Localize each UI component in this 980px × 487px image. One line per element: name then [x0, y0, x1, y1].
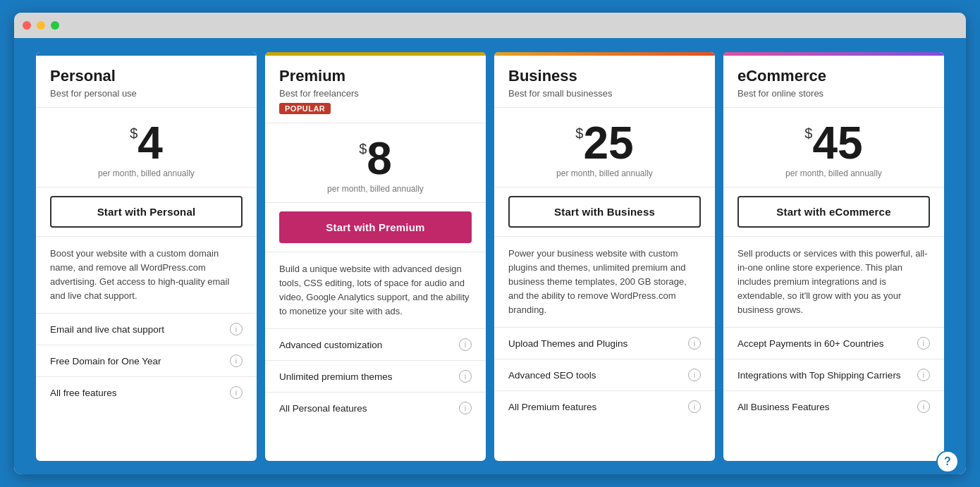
- plan-cta-button[interactable]: Start with eCommerce: [737, 196, 930, 228]
- plan-features: Upload Themes and Plugins i Advanced SEO…: [494, 328, 715, 460]
- plan-price-billing: per month, billed annually: [279, 184, 472, 194]
- plan-card-ecommerce: eCommerce Best for online stores $ 45 pe…: [723, 52, 944, 461]
- feature-item: Integrations with Top Shipping Carriers …: [723, 359, 944, 391]
- plan-description: Boost your website with a custom domain …: [36, 237, 257, 314]
- feature-item: Upload Themes and Plugins i: [494, 328, 715, 359]
- info-icon[interactable]: i: [459, 338, 472, 351]
- feature-label: Advanced SEO tools: [508, 370, 596, 381]
- info-icon[interactable]: i: [459, 370, 472, 383]
- help-button[interactable]: ?: [936, 450, 959, 473]
- plan-name: eCommerce: [737, 67, 930, 85]
- browser-content: Personal Best for personal use $ 4 per m…: [14, 38, 966, 474]
- feature-item: All free features i: [36, 377, 257, 408]
- plan-pricing: $ 8 per month, billed annually: [265, 123, 486, 203]
- plan-pricing: $ 4 per month, billed annually: [36, 108, 257, 187]
- plan-cta: Start with Premium: [265, 203, 486, 252]
- info-icon[interactable]: i: [230, 386, 243, 399]
- plan-price-number: 4: [137, 121, 163, 166]
- plan-price-billing: per month, billed annually: [508, 168, 701, 178]
- feature-item: All Personal features i: [265, 393, 486, 424]
- traffic-light-green[interactable]: [51, 21, 59, 30]
- info-icon[interactable]: i: [688, 337, 701, 350]
- info-icon[interactable]: i: [917, 369, 930, 381]
- plan-cta-button[interactable]: Start with Premium: [279, 211, 472, 243]
- plan-card-premium: Premium Best for freelancers POPULAR $ 8…: [265, 52, 486, 461]
- plan-features: Email and live chat support i Free Domai…: [36, 314, 257, 460]
- plan-description: Sell products or services with this powe…: [723, 237, 944, 328]
- plan-tagline: Best for freelancers: [279, 88, 472, 99]
- plan-header: Premium Best for freelancers POPULAR: [265, 56, 486, 123]
- feature-label: Advanced customization: [279, 340, 382, 350]
- plan-cta-button[interactable]: Start with Business: [508, 196, 701, 228]
- feature-item: Unlimited premium themes i: [265, 361, 486, 393]
- feature-item: All Business Features i: [723, 391, 944, 422]
- feature-label: All Business Features: [737, 402, 830, 412]
- feature-item: Email and live chat support i: [36, 314, 257, 345]
- plan-price-number: 25: [583, 121, 633, 166]
- plan-card-personal: Personal Best for personal use $ 4 per m…: [36, 52, 257, 461]
- plan-price-number: 8: [367, 136, 392, 181]
- plan-description: Power your business website with custom …: [494, 237, 715, 328]
- browser-titlebar: [14, 13, 966, 38]
- plan-price-amount: $ 45: [737, 121, 930, 166]
- feature-label: Integrations with Top Shipping Carriers: [737, 370, 901, 381]
- info-icon[interactable]: i: [688, 400, 701, 413]
- pricing-container: Personal Best for personal use $ 4 per m…: [32, 52, 948, 461]
- feature-item: Free Domain for One Year i: [36, 345, 257, 377]
- feature-item: Advanced SEO tools i: [494, 359, 715, 391]
- plan-name: Premium: [279, 67, 472, 85]
- feature-label: Accept Payments in 60+ Countries: [737, 338, 883, 349]
- plan-header: Business Best for small businesses: [494, 56, 715, 108]
- traffic-light-yellow[interactable]: [37, 21, 45, 30]
- info-icon[interactable]: i: [230, 355, 243, 367]
- feature-label: All Premium features: [508, 402, 596, 412]
- feature-label: Email and live chat support: [50, 324, 164, 335]
- traffic-light-red[interactable]: [23, 21, 31, 30]
- plan-price-amount: $ 4: [50, 121, 243, 166]
- plan-tagline: Best for small businesses: [508, 88, 701, 99]
- info-icon[interactable]: i: [917, 337, 930, 350]
- plan-card-business: Business Best for small businesses $ 25 …: [494, 52, 715, 461]
- feature-item: Accept Payments in 60+ Countries i: [723, 328, 944, 359]
- browser-window: Personal Best for personal use $ 4 per m…: [14, 13, 966, 474]
- plan-tagline: Best for personal use: [50, 88, 243, 99]
- plan-features: Accept Payments in 60+ Countries i Integ…: [723, 328, 944, 460]
- plan-price-number: 45: [812, 121, 862, 166]
- plan-price-dollar: $: [359, 142, 367, 156]
- plan-name: Business: [508, 67, 701, 85]
- plan-pricing: $ 45 per month, billed annually: [723, 108, 944, 187]
- feature-label: Free Domain for One Year: [50, 356, 161, 366]
- plan-price-dollar: $: [130, 126, 137, 140]
- plan-header: eCommerce Best for online stores: [723, 56, 944, 108]
- plan-header: Personal Best for personal use: [36, 56, 257, 108]
- plan-price-amount: $ 8: [279, 136, 472, 181]
- feature-label: All free features: [50, 388, 117, 398]
- plan-tagline: Best for online stores: [737, 88, 930, 99]
- info-icon[interactable]: i: [917, 400, 930, 413]
- feature-label: Upload Themes and Plugins: [508, 338, 627, 349]
- popular-badge: POPULAR: [279, 103, 331, 114]
- plan-cta: Start with Business: [494, 187, 715, 237]
- plan-price-amount: $ 25: [508, 121, 701, 166]
- plan-price-billing: per month, billed annually: [50, 168, 243, 178]
- feature-label: Unlimited premium themes: [279, 371, 393, 382]
- plan-description: Build a unique website with advanced des…: [265, 252, 486, 330]
- plan-cta: Start with eCommerce: [723, 187, 944, 237]
- plan-features: Advanced customization i Unlimited premi…: [265, 329, 486, 460]
- plan-cta: Start with Personal: [36, 187, 257, 237]
- plan-price-dollar: $: [575, 126, 583, 140]
- info-icon[interactable]: i: [688, 369, 701, 381]
- info-icon[interactable]: i: [230, 323, 243, 335]
- plan-cta-button[interactable]: Start with Personal: [50, 196, 243, 228]
- info-icon[interactable]: i: [459, 402, 472, 414]
- plan-price-billing: per month, billed annually: [737, 168, 930, 178]
- plan-name: Personal: [50, 67, 243, 85]
- plan-price-dollar: $: [804, 126, 812, 140]
- feature-label: All Personal features: [279, 403, 367, 414]
- feature-item: All Premium features i: [494, 391, 715, 422]
- plan-pricing: $ 25 per month, billed annually: [494, 108, 715, 187]
- feature-item: Advanced customization i: [265, 329, 486, 361]
